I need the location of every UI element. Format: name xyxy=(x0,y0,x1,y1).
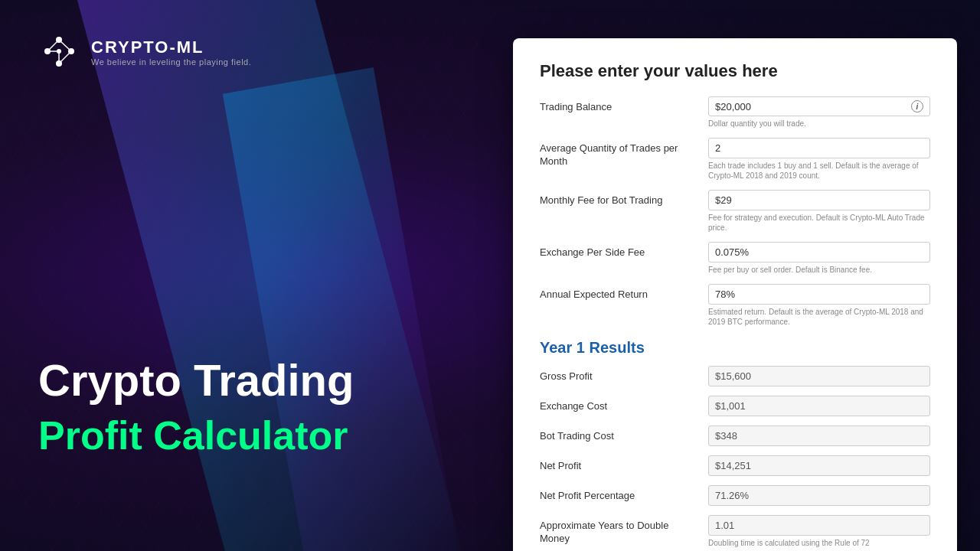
trading-balance-hint: Dollar quantity you will trade. xyxy=(708,119,930,129)
net-profit-input-area xyxy=(708,455,930,476)
monthly-fee-hint: Fee for strategy and execution. Default … xyxy=(708,213,930,233)
exchange-fee-label: Exchange Per Side Fee xyxy=(540,242,701,259)
trades-per-month-hint: Each trade includes 1 buy and 1 sell. De… xyxy=(708,161,930,181)
monthly-fee-input-area: Fee for strategy and execution. Default … xyxy=(708,190,930,233)
net-profit-row: Net Profit xyxy=(540,455,930,476)
exchange-fee-hint: Fee per buy or sell order. Default is Bi… xyxy=(708,265,930,275)
exchange-cost-value xyxy=(708,396,930,416)
annual-return-input[interactable] xyxy=(708,284,930,305)
gross-profit-value xyxy=(708,366,930,386)
annual-return-hint: Estimated return. Default is the average… xyxy=(708,307,930,327)
trades-per-month-input[interactable] xyxy=(708,138,930,158)
net-profit-pct-row: Net Profit Percentage xyxy=(540,485,930,506)
info-icon: i xyxy=(911,100,923,112)
bot-cost-input-area xyxy=(708,425,930,446)
gross-profit-input-area xyxy=(708,366,930,386)
trades-per-month-label: Average Quantity of Trades per Month xyxy=(540,138,701,168)
logo-icon xyxy=(38,31,80,73)
net-profit-label: Net Profit xyxy=(540,455,701,473)
trades-per-month-row: Average Quantity of Trades per Month Eac… xyxy=(540,138,930,181)
left-panel: CRYPTO-ML We believe in leveling the pla… xyxy=(0,0,490,551)
net-profit-pct-input-area xyxy=(708,485,930,506)
gross-profit-row: Gross Profit xyxy=(540,366,930,386)
exchange-cost-input-area xyxy=(708,396,930,416)
double-money-label: Approximate Years to Double Money xyxy=(540,515,701,546)
trades-per-month-input-area: Each trade includes 1 buy and 1 sell. De… xyxy=(708,138,930,181)
svg-line-7 xyxy=(59,51,71,64)
annual-return-input-area: Estimated return. Default is the average… xyxy=(708,284,930,327)
exchange-fee-input-area: Fee per buy or sell order. Default is Bi… xyxy=(708,242,930,275)
double-money-hint: Doubling time is calculated using the Ru… xyxy=(708,538,930,548)
net-profit-pct-value xyxy=(708,485,930,506)
bot-cost-label: Bot Trading Cost xyxy=(540,425,701,443)
form-title: Please enter your values here xyxy=(540,61,930,81)
double-money-input-area: Doubling time is calculated using the Ru… xyxy=(708,515,930,548)
calculator-panel: Please enter your values here Trading Ba… xyxy=(513,38,957,551)
bot-cost-row: Bot Trading Cost xyxy=(540,425,930,446)
hero-line1: Crypto Trading xyxy=(38,355,452,406)
net-profit-value xyxy=(708,455,930,476)
exchange-cost-row: Exchange Cost xyxy=(540,396,930,416)
annual-return-label: Annual Expected Return xyxy=(540,284,701,302)
monthly-fee-row: Monthly Fee for Bot Trading Fee for stra… xyxy=(540,190,930,233)
exchange-fee-row: Exchange Per Side Fee Fee per buy or sel… xyxy=(540,242,930,275)
gross-profit-label: Gross Profit xyxy=(540,366,701,383)
double-money-value xyxy=(708,515,930,536)
double-money-row: Approximate Years to Double Money Doubli… xyxy=(540,515,930,548)
exchange-cost-label: Exchange Cost xyxy=(540,396,701,413)
annual-return-row: Annual Expected Return Estimated return.… xyxy=(540,284,930,327)
trading-balance-row: Trading Balance i Dollar quantity you wi… xyxy=(540,96,930,129)
results-section-title: Year 1 Results xyxy=(540,339,930,357)
logo-text: CRYPTO-ML We believe in leveling the pla… xyxy=(91,37,251,67)
svg-line-5 xyxy=(47,40,59,51)
trading-balance-label: Trading Balance xyxy=(540,96,701,114)
bot-cost-value xyxy=(708,425,930,446)
brand-name: CRYPTO-ML xyxy=(91,37,251,57)
trading-balance-input-area: i Dollar quantity you will trade. xyxy=(708,96,930,129)
hero-line2: Profit Calculator xyxy=(38,413,452,459)
monthly-fee-label: Monthly Fee for Bot Trading xyxy=(540,190,701,207)
trading-balance-input[interactable] xyxy=(715,101,911,112)
exchange-fee-input[interactable] xyxy=(708,242,930,262)
logo-area: CRYPTO-ML We believe in leveling the pla… xyxy=(38,31,452,73)
monthly-fee-input[interactable] xyxy=(708,190,930,210)
hero-text: Crypto Trading Profit Calculator xyxy=(38,355,452,520)
net-profit-pct-label: Net Profit Percentage xyxy=(540,485,701,503)
svg-line-6 xyxy=(59,40,71,51)
brand-tagline: We believe in leveling the playing field… xyxy=(91,57,251,67)
